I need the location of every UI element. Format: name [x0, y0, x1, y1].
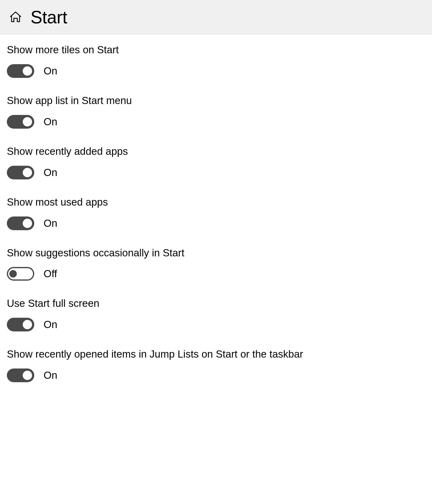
- toggle-jump-lists[interactable]: [7, 368, 34, 382]
- toggle-state-text: On: [44, 217, 57, 229]
- toggle-knob: [23, 320, 32, 329]
- toggle-state-text: Off: [44, 268, 57, 280]
- setting-jump-lists: Show recently opened items in Jump Lists…: [7, 348, 425, 382]
- toggle-state-text: On: [44, 369, 57, 381]
- toggle-knob: [23, 117, 32, 126]
- setting-label: Show app list in Start menu: [7, 94, 425, 107]
- toggle-row: On: [7, 216, 425, 230]
- home-icon[interactable]: [9, 10, 22, 24]
- setting-more-tiles: Show more tiles on Start On: [7, 43, 425, 78]
- toggle-knob: [23, 371, 32, 380]
- setting-label: Show recently added apps: [7, 145, 425, 158]
- toggle-recently-added[interactable]: [7, 166, 34, 179]
- toggle-knob: [9, 270, 17, 278]
- toggle-state-text: On: [44, 65, 57, 77]
- toggle-app-list[interactable]: [7, 115, 34, 129]
- toggle-most-used[interactable]: [7, 216, 34, 230]
- toggle-knob: [23, 168, 32, 177]
- toggle-state-text: On: [44, 167, 57, 178]
- toggle-row: On: [7, 64, 425, 78]
- setting-label: Show recently opened items in Jump Lists…: [7, 348, 425, 361]
- toggle-state-text: On: [44, 319, 57, 330]
- toggle-row: Off: [7, 267, 425, 281]
- setting-label: Show suggestions occasionally in Start: [7, 246, 425, 260]
- toggle-knob: [23, 66, 32, 76]
- setting-recently-added: Show recently added apps On: [7, 145, 425, 179]
- settings-content: Show more tiles on Start On Show app lis…: [0, 35, 432, 407]
- toggle-row: On: [7, 368, 425, 382]
- setting-label: Show most used apps: [7, 196, 425, 209]
- toggle-more-tiles[interactable]: [7, 64, 34, 78]
- toggle-knob: [23, 219, 32, 228]
- setting-label: Use Start full screen: [7, 297, 425, 310]
- toggle-row: On: [7, 115, 425, 129]
- setting-most-used: Show most used apps On: [7, 196, 425, 230]
- toggle-state-text: On: [44, 116, 57, 128]
- page-title: Start: [31, 7, 67, 27]
- setting-full-screen: Use Start full screen On: [7, 297, 425, 331]
- setting-app-list: Show app list in Start menu On: [7, 94, 425, 129]
- toggle-suggestions[interactable]: [7, 267, 34, 281]
- toggle-row: On: [7, 166, 425, 179]
- setting-label: Show more tiles on Start: [7, 43, 425, 57]
- setting-suggestions: Show suggestions occasionally in Start O…: [7, 246, 425, 281]
- toggle-full-screen[interactable]: [7, 318, 34, 331]
- page-header: Start: [0, 0, 432, 35]
- toggle-row: On: [7, 318, 425, 331]
